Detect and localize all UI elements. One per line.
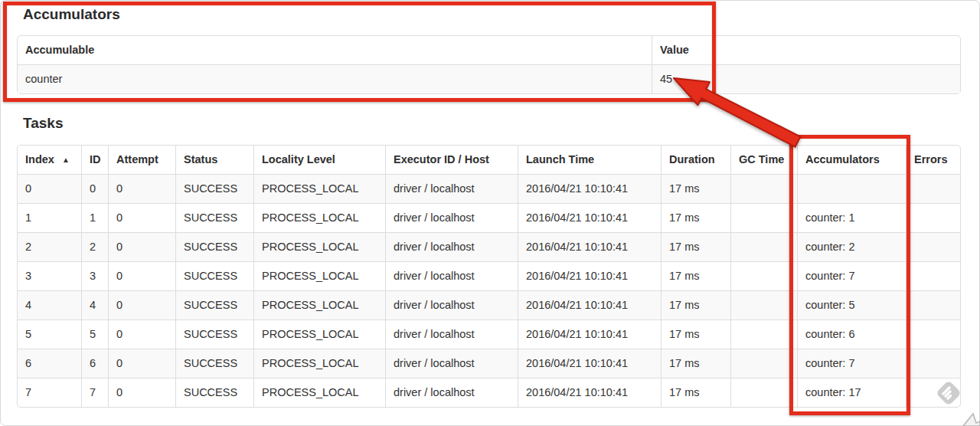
table-cell: 5 — [18, 320, 81, 349]
table-cell: 0 — [108, 203, 175, 232]
tasks-table-body: 000SUCCESSPROCESS_LOCALdriver / localhos… — [18, 174, 960, 407]
table-row: 330SUCCESSPROCESS_LOCALdriver / localhos… — [18, 261, 960, 290]
column-header-duration[interactable]: Duration — [661, 146, 730, 174]
table-cell — [730, 203, 797, 232]
table-cell: 0 — [108, 174, 175, 203]
table-cell: counter — [18, 64, 652, 93]
table-cell: 17 ms — [661, 261, 730, 290]
table-cell: driver / localhost — [385, 174, 518, 203]
column-header-value: Value — [652, 36, 960, 64]
table-cell: PROCESS_LOCAL — [253, 203, 385, 232]
column-header-accumulators[interactable]: Accumulators — [797, 146, 906, 174]
column-header-id[interactable]: ID — [81, 146, 108, 174]
table-cell — [906, 261, 960, 290]
table-cell: counter: 2 — [797, 232, 906, 261]
accumulable-table-body: counter45 — [18, 64, 960, 93]
column-header-index[interactable]: Index▲ — [18, 146, 81, 174]
table-cell: 0 — [108, 232, 175, 261]
column-header-index-label: Index — [25, 153, 54, 165]
column-header-attempt[interactable]: Attempt — [108, 146, 175, 174]
table-cell: counter: 6 — [797, 320, 906, 349]
table-cell — [906, 378, 960, 407]
table-cell: driver / localhost — [385, 261, 518, 290]
tasks-table: Index▲ ID Attempt Status Locality Level … — [17, 145, 961, 408]
table-cell: 2016/04/21 10:10:41 — [518, 290, 661, 320]
table-cell: 0 — [18, 174, 81, 203]
table-cell: 17 ms — [661, 290, 730, 320]
table-cell: 0 — [81, 174, 108, 203]
table-cell: counter: 1 — [797, 203, 906, 232]
column-header-errors[interactable]: Errors — [906, 146, 960, 174]
table-row: counter45 — [18, 64, 960, 93]
table-row: 440SUCCESSPROCESS_LOCALdriver / localhos… — [18, 290, 960, 320]
table-cell: driver / localhost — [385, 320, 518, 349]
table-cell — [906, 290, 960, 320]
table-cell — [797, 174, 906, 203]
table-row: 110SUCCESSPROCESS_LOCALdriver / localhos… — [18, 203, 960, 232]
table-cell: SUCCESS — [175, 203, 253, 232]
accumulable-table: Accumulable Value counter45 — [17, 35, 961, 94]
column-header-status[interactable]: Status — [175, 146, 253, 174]
table-cell: 17 ms — [661, 174, 730, 203]
accumulable-header-row: Accumulable Value — [18, 36, 960, 64]
accumulators-section-title: Accumulators — [23, 6, 120, 23]
table-cell: 2016/04/21 10:10:41 — [518, 174, 661, 203]
table-cell — [730, 232, 797, 261]
table-cell: 1 — [81, 203, 108, 232]
sort-asc-icon: ▲ — [62, 156, 70, 164]
table-cell: 1 — [18, 203, 81, 232]
table-cell: 17 ms — [661, 232, 730, 261]
table-cell: driver / localhost — [385, 203, 518, 232]
table-row: 220SUCCESSPROCESS_LOCALdriver / localhos… — [18, 232, 960, 261]
table-cell: 3 — [18, 261, 81, 290]
table-cell: 2016/04/21 10:10:41 — [518, 349, 661, 378]
column-header-launch-time[interactable]: Launch Time — [518, 146, 661, 174]
table-cell — [906, 232, 960, 261]
table-cell — [730, 290, 797, 320]
table-cell: 7 — [18, 378, 81, 407]
table-cell: PROCESS_LOCAL — [253, 378, 385, 407]
table-cell: 6 — [18, 349, 81, 378]
table-cell: SUCCESS — [175, 349, 253, 378]
column-header-executor-id-host[interactable]: Executor ID / Host — [385, 146, 518, 174]
table-cell: SUCCESS — [175, 290, 253, 320]
table-cell: driver / localhost — [385, 290, 518, 320]
table-cell: 2016/04/21 10:10:41 — [518, 203, 661, 232]
table-cell: 17 ms — [661, 349, 730, 378]
table-cell: driver / localhost — [385, 378, 518, 407]
column-header-gc-time[interactable]: GC Time — [730, 146, 797, 174]
table-cell: 3 — [81, 261, 108, 290]
table-cell: SUCCESS — [175, 320, 253, 349]
tasks-section-title: Tasks — [23, 115, 63, 132]
table-cell: driver / localhost — [385, 349, 518, 378]
table-cell: 0 — [108, 349, 175, 378]
tasks-header-row: Index▲ ID Attempt Status Locality Level … — [18, 146, 960, 174]
table-cell: 2016/04/21 10:10:41 — [518, 232, 661, 261]
table-cell: 2 — [18, 232, 81, 261]
table-cell: 2016/04/21 10:10:41 — [518, 261, 661, 290]
table-cell: driver / localhost — [385, 232, 518, 261]
table-cell — [906, 203, 960, 232]
column-header-accumulable: Accumulable — [18, 36, 652, 64]
table-cell: PROCESS_LOCAL — [253, 320, 385, 349]
table-cell: 2016/04/21 10:10:41 — [518, 320, 661, 349]
table-cell — [730, 261, 797, 290]
table-cell: 0 — [108, 290, 175, 320]
table-cell: 45 — [652, 64, 960, 93]
table-cell — [906, 320, 960, 349]
table-cell: 5 — [81, 320, 108, 349]
table-cell: 2 — [81, 232, 108, 261]
table-cell: PROCESS_LOCAL — [253, 232, 385, 261]
table-cell: 0 — [108, 320, 175, 349]
table-cell: counter: 7 — [797, 261, 906, 290]
table-row: 000SUCCESSPROCESS_LOCALdriver / localhos… — [18, 174, 960, 203]
column-header-locality-level[interactable]: Locality Level — [253, 146, 385, 174]
table-cell — [730, 378, 797, 407]
table-cell: SUCCESS — [175, 232, 253, 261]
table-cell: PROCESS_LOCAL — [253, 349, 385, 378]
table-cell: counter: 5 — [797, 290, 906, 320]
table-cell: PROCESS_LOCAL — [253, 261, 385, 290]
table-cell: 4 — [18, 290, 81, 320]
table-cell — [906, 174, 960, 203]
table-cell — [730, 174, 797, 203]
